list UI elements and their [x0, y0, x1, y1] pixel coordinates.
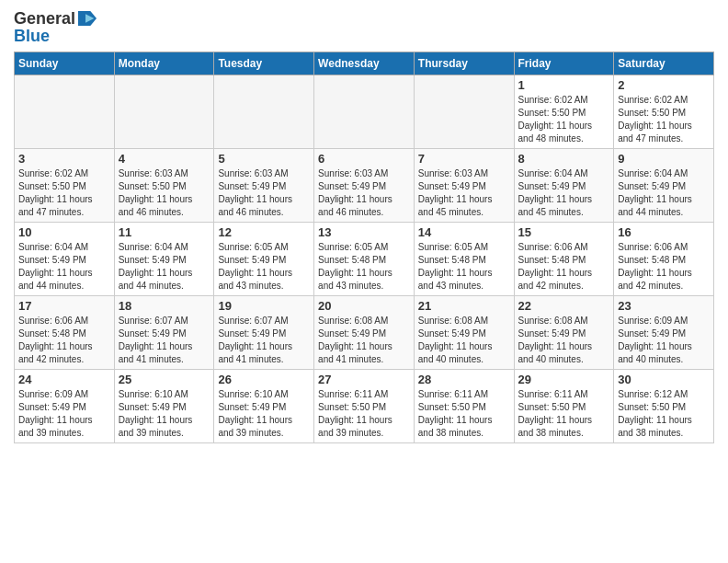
col-header-wednesday: Wednesday: [314, 52, 415, 75]
day-number: 23: [618, 299, 710, 313]
calendar-cell: 8Sunrise: 6:04 AM Sunset: 5:49 PM Daylig…: [514, 149, 614, 223]
day-number: 1: [518, 78, 610, 92]
day-detail: Sunrise: 6:04 AM Sunset: 5:49 PM Dayligh…: [119, 241, 210, 293]
calendar-cell: 24Sunrise: 6:09 AM Sunset: 5:49 PM Dayli…: [15, 370, 115, 443]
calendar-week-row: 24Sunrise: 6:09 AM Sunset: 5:49 PM Dayli…: [15, 370, 714, 443]
col-header-thursday: Thursday: [414, 52, 514, 75]
calendar-cell: 9Sunrise: 6:04 AM Sunset: 5:49 PM Daylig…: [614, 149, 714, 223]
day-number: 22: [518, 299, 610, 313]
calendar-cell: [414, 75, 514, 149]
day-detail: Sunrise: 6:02 AM Sunset: 5:50 PM Dayligh…: [518, 94, 610, 145]
calendar-cell: 2Sunrise: 6:02 AM Sunset: 5:50 PM Daylig…: [614, 75, 714, 149]
logo-arrow-icon: [78, 9, 97, 28]
calendar-cell: 25Sunrise: 6:10 AM Sunset: 5:49 PM Dayli…: [114, 370, 214, 443]
day-number: 30: [618, 373, 710, 386]
logo: General Blue: [14, 9, 97, 44]
day-detail: Sunrise: 6:05 AM Sunset: 5:49 PM Dayligh…: [218, 241, 310, 293]
calendar-cell: 3Sunrise: 6:02 AM Sunset: 5:50 PM Daylig…: [15, 149, 115, 223]
calendar-cell: 13Sunrise: 6:05 AM Sunset: 5:48 PM Dayli…: [314, 223, 415, 296]
day-number: 26: [218, 373, 310, 386]
day-number: 18: [119, 299, 210, 313]
calendar-cell: 20Sunrise: 6:08 AM Sunset: 5:49 PM Dayli…: [314, 296, 415, 370]
day-detail: Sunrise: 6:05 AM Sunset: 5:48 PM Dayligh…: [418, 241, 510, 293]
day-detail: Sunrise: 6:09 AM Sunset: 5:49 PM Dayligh…: [18, 388, 110, 440]
calendar-cell: 12Sunrise: 6:05 AM Sunset: 5:49 PM Dayli…: [214, 223, 314, 296]
page-container: General Blue SundayMondayTuesdayWednesda…: [0, 0, 728, 453]
calendar-cell: 6Sunrise: 6:03 AM Sunset: 5:49 PM Daylig…: [314, 149, 415, 223]
page-header: General Blue: [14, 9, 714, 44]
col-header-tuesday: Tuesday: [214, 52, 314, 75]
calendar-header-row: SundayMondayTuesdayWednesdayThursdayFrid…: [15, 52, 714, 75]
calendar-cell: 14Sunrise: 6:05 AM Sunset: 5:48 PM Dayli…: [414, 223, 514, 296]
day-number: 2: [618, 78, 710, 92]
col-header-friday: Friday: [514, 52, 614, 75]
logo-general-text: General: [14, 10, 75, 27]
col-header-monday: Monday: [114, 52, 214, 75]
day-number: 13: [318, 225, 410, 239]
calendar-cell: [214, 75, 314, 149]
calendar-cell: 1Sunrise: 6:02 AM Sunset: 5:50 PM Daylig…: [514, 75, 614, 149]
day-detail: Sunrise: 6:12 AM Sunset: 5:50 PM Dayligh…: [618, 388, 710, 440]
calendar-cell: 11Sunrise: 6:04 AM Sunset: 5:49 PM Dayli…: [114, 223, 214, 296]
day-detail: Sunrise: 6:04 AM Sunset: 5:49 PM Dayligh…: [18, 241, 110, 293]
day-detail: Sunrise: 6:04 AM Sunset: 5:49 PM Dayligh…: [618, 167, 710, 219]
day-number: 19: [218, 299, 310, 313]
day-detail: Sunrise: 6:02 AM Sunset: 5:50 PM Dayligh…: [618, 94, 710, 145]
day-number: 24: [18, 373, 110, 386]
calendar-cell: 26Sunrise: 6:10 AM Sunset: 5:49 PM Dayli…: [214, 370, 314, 443]
day-detail: Sunrise: 6:06 AM Sunset: 5:48 PM Dayligh…: [618, 241, 710, 293]
day-detail: Sunrise: 6:11 AM Sunset: 5:50 PM Dayligh…: [518, 388, 610, 440]
day-detail: Sunrise: 6:03 AM Sunset: 5:49 PM Dayligh…: [418, 167, 510, 219]
calendar-cell: 7Sunrise: 6:03 AM Sunset: 5:49 PM Daylig…: [414, 149, 514, 223]
calendar-cell: 16Sunrise: 6:06 AM Sunset: 5:48 PM Dayli…: [614, 223, 714, 296]
calendar-cell: [15, 75, 115, 149]
day-number: 16: [618, 225, 710, 239]
day-detail: Sunrise: 6:03 AM Sunset: 5:49 PM Dayligh…: [218, 167, 310, 219]
calendar-cell: 5Sunrise: 6:03 AM Sunset: 5:49 PM Daylig…: [214, 149, 314, 223]
calendar-cell: [114, 75, 214, 149]
calendar-cell: 28Sunrise: 6:11 AM Sunset: 5:50 PM Dayli…: [414, 370, 514, 443]
calendar-cell: 27Sunrise: 6:11 AM Sunset: 5:50 PM Dayli…: [314, 370, 415, 443]
day-detail: Sunrise: 6:07 AM Sunset: 5:49 PM Dayligh…: [218, 315, 310, 366]
day-number: 14: [418, 225, 510, 239]
calendar-cell: 4Sunrise: 6:03 AM Sunset: 5:50 PM Daylig…: [114, 149, 214, 223]
day-detail: Sunrise: 6:05 AM Sunset: 5:48 PM Dayligh…: [318, 241, 410, 293]
day-detail: Sunrise: 6:11 AM Sunset: 5:50 PM Dayligh…: [418, 388, 510, 440]
day-number: 7: [418, 152, 510, 166]
calendar-cell: 15Sunrise: 6:06 AM Sunset: 5:48 PM Dayli…: [514, 223, 614, 296]
day-number: 6: [318, 152, 410, 166]
calendar-week-row: 17Sunrise: 6:06 AM Sunset: 5:48 PM Dayli…: [15, 296, 714, 370]
calendar-cell: 29Sunrise: 6:11 AM Sunset: 5:50 PM Dayli…: [514, 370, 614, 443]
day-number: 17: [18, 299, 110, 313]
day-number: 11: [119, 225, 210, 239]
calendar-week-row: 1Sunrise: 6:02 AM Sunset: 5:50 PM Daylig…: [15, 75, 714, 149]
day-number: 21: [418, 299, 510, 313]
day-detail: Sunrise: 6:03 AM Sunset: 5:49 PM Dayligh…: [318, 167, 410, 219]
calendar-cell: 30Sunrise: 6:12 AM Sunset: 5:50 PM Dayli…: [614, 370, 714, 443]
day-detail: Sunrise: 6:03 AM Sunset: 5:50 PM Dayligh…: [119, 167, 210, 219]
day-detail: Sunrise: 6:08 AM Sunset: 5:49 PM Dayligh…: [418, 315, 510, 366]
calendar-table: SundayMondayTuesdayWednesdayThursdayFrid…: [14, 52, 714, 443]
calendar-cell: 10Sunrise: 6:04 AM Sunset: 5:49 PM Dayli…: [15, 223, 115, 296]
calendar-cell: 21Sunrise: 6:08 AM Sunset: 5:49 PM Dayli…: [414, 296, 514, 370]
day-detail: Sunrise: 6:08 AM Sunset: 5:49 PM Dayligh…: [318, 315, 410, 366]
day-detail: Sunrise: 6:10 AM Sunset: 5:49 PM Dayligh…: [218, 388, 310, 440]
day-number: 20: [318, 299, 410, 313]
day-detail: Sunrise: 6:10 AM Sunset: 5:49 PM Dayligh…: [119, 388, 210, 440]
day-number: 9: [618, 152, 710, 166]
day-detail: Sunrise: 6:11 AM Sunset: 5:50 PM Dayligh…: [318, 388, 410, 440]
day-detail: Sunrise: 6:09 AM Sunset: 5:49 PM Dayligh…: [618, 315, 710, 366]
logo-blue-text: Blue: [14, 28, 97, 44]
calendar-cell: 17Sunrise: 6:06 AM Sunset: 5:48 PM Dayli…: [15, 296, 115, 370]
day-detail: Sunrise: 6:07 AM Sunset: 5:49 PM Dayligh…: [119, 315, 210, 366]
calendar-cell: [314, 75, 415, 149]
day-number: 25: [119, 373, 210, 386]
day-number: 12: [218, 225, 310, 239]
day-number: 5: [218, 152, 310, 166]
col-header-sunday: Sunday: [15, 52, 115, 75]
day-detail: Sunrise: 6:04 AM Sunset: 5:49 PM Dayligh…: [518, 167, 610, 219]
day-number: 10: [18, 225, 110, 239]
day-number: 29: [518, 373, 610, 386]
calendar-cell: 19Sunrise: 6:07 AM Sunset: 5:49 PM Dayli…: [214, 296, 314, 370]
calendar-cell: 18Sunrise: 6:07 AM Sunset: 5:49 PM Dayli…: [114, 296, 214, 370]
